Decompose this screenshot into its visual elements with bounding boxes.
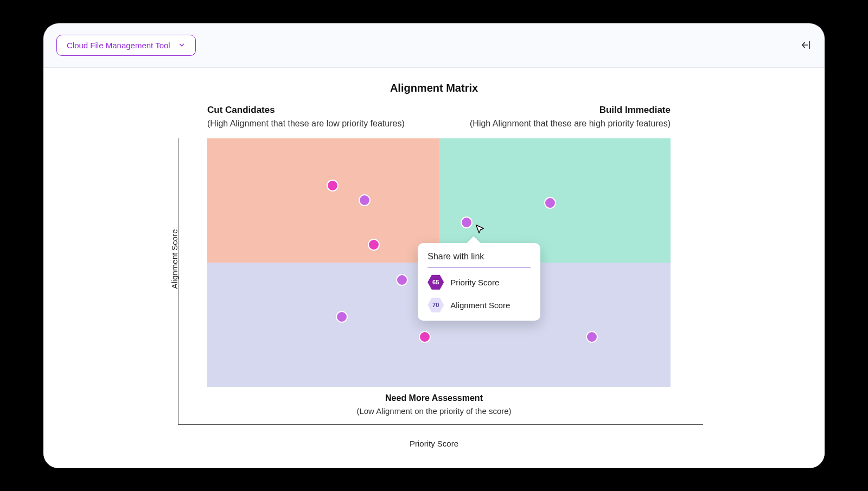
- quadrant-label-bottom: Need More Assessment (Low Alignment on t…: [271, 393, 597, 416]
- data-point[interactable]: [396, 274, 408, 286]
- data-point[interactable]: [327, 180, 339, 192]
- project-dropdown-label: Cloud File Management Tool: [67, 41, 170, 50]
- arrow-left-to-line-icon: [800, 39, 812, 51]
- quadrant-cut-candidates: [207, 138, 439, 263]
- chart-title: Alignment Matrix: [43, 68, 825, 94]
- plot-area: Share with link65Priority Score70Alignme…: [207, 138, 671, 387]
- chevron-down-icon: [178, 41, 186, 49]
- app-card: Cloud File Management Tool Alignment Mat…: [43, 23, 825, 468]
- data-point[interactable]: [544, 197, 556, 209]
- x-axis-label: Priority Score: [43, 439, 825, 448]
- data-point[interactable]: [368, 239, 380, 251]
- y-axis-label: Alignment Score: [170, 229, 179, 289]
- quadrant-subtitle: (High Alignment that these are high prio…: [470, 119, 671, 129]
- tooltip-title: Share with link: [427, 252, 531, 267]
- toolbar: Cloud File Management Tool: [43, 23, 825, 68]
- data-point[interactable]: [359, 194, 371, 206]
- project-dropdown[interactable]: Cloud File Management Tool: [56, 35, 196, 56]
- quadrant-title: Cut Candidates: [207, 105, 405, 116]
- data-point[interactable]: [586, 331, 598, 343]
- tooltip-metric-label: Priority Score: [450, 278, 499, 287]
- data-point[interactable]: [461, 216, 473, 228]
- quadrant-label-top-left: Cut Candidates (High Alignment that thes…: [207, 105, 405, 129]
- tooltip-metric-label: Alignment Score: [450, 301, 510, 310]
- point-tooltip: Share with link65Priority Score70Alignme…: [418, 243, 540, 321]
- data-point[interactable]: [336, 311, 348, 323]
- hexagon-icon: 70: [427, 297, 444, 313]
- chart-body: Alignment Matrix Cut Candidates (High Al…: [43, 68, 825, 468]
- hexagon-icon: 65: [427, 274, 444, 290]
- quadrant-subtitle: (High Alignment that these are low prior…: [207, 119, 405, 129]
- tooltip-row-priority: 65Priority Score: [427, 274, 531, 290]
- collapse-panel-button[interactable]: [800, 39, 812, 51]
- quadrant-title: Need More Assessment: [271, 393, 597, 403]
- data-point[interactable]: [419, 331, 431, 343]
- quadrant-subtitle: (Low Alignment on the priority of the sc…: [271, 406, 597, 416]
- tooltip-row-alignment: 70Alignment Score: [427, 297, 531, 313]
- quadrant-label-top-right: Build Immediate (High Alignment that the…: [470, 105, 671, 129]
- quadrant-title: Build Immediate: [470, 105, 671, 116]
